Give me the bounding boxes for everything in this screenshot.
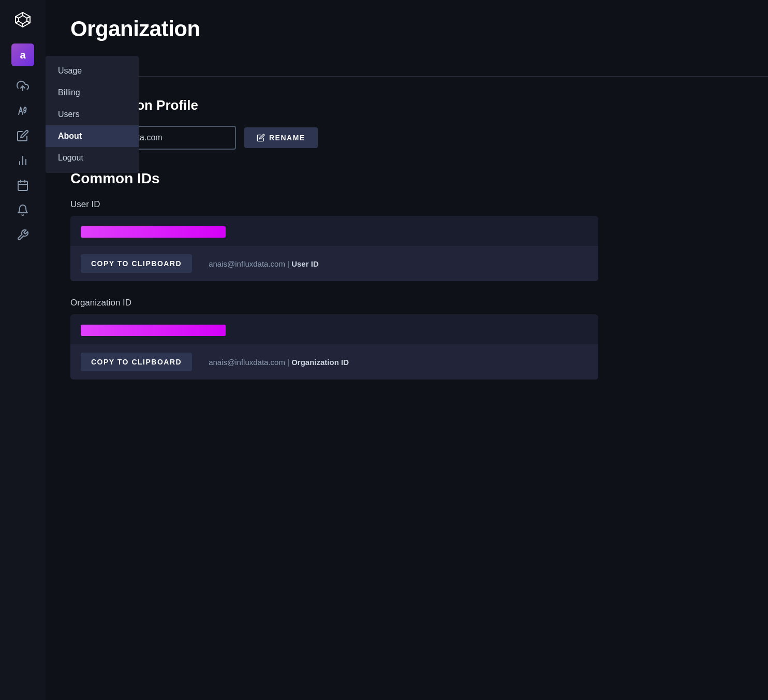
rename-button[interactable]: RENAME bbox=[244, 127, 318, 148]
page-header: Organization bbox=[46, 0, 768, 50]
common-ids-section: Common IDs User ID COPY TO CLIPBOARD ana… bbox=[70, 170, 743, 380]
user-id-card: COPY TO CLIPBOARD anais@influxdata.com |… bbox=[70, 216, 598, 281]
page-title: Organization bbox=[70, 17, 743, 41]
org-id-section: Organization ID COPY TO CLIPBOARD anais@… bbox=[70, 298, 743, 380]
org-id-card: COPY TO CLIPBOARD anais@influxdata.com |… bbox=[70, 314, 598, 380]
bell-nav-icon[interactable] bbox=[11, 199, 34, 222]
tabs-bar: ABOUT bbox=[46, 50, 768, 77]
org-profile-title: Organization Profile bbox=[70, 97, 743, 113]
org-id-label: Organization ID bbox=[70, 298, 743, 308]
user-id-copy-button[interactable]: COPY TO CLIPBOARD bbox=[81, 254, 192, 273]
dropdown-item-usage[interactable]: Usage bbox=[46, 60, 139, 82]
svg-rect-12 bbox=[18, 181, 27, 191]
dropdown-item-billing[interactable]: Billing bbox=[46, 82, 139, 104]
pencil-icon bbox=[257, 134, 265, 142]
dropdown-item-about[interactable]: About bbox=[46, 125, 139, 147]
app-logo[interactable] bbox=[11, 8, 34, 31]
org-id-bar bbox=[81, 325, 226, 336]
svg-marker-1 bbox=[19, 16, 27, 24]
function-nav-icon[interactable] bbox=[11, 99, 34, 122]
sidebar: a bbox=[0, 0, 46, 700]
chart-nav-icon[interactable] bbox=[11, 149, 34, 172]
user-id-label: User ID bbox=[70, 199, 743, 210]
org-id-hint: anais@influxdata.com | Organization ID bbox=[209, 358, 349, 367]
calendar-nav-icon[interactable] bbox=[11, 174, 34, 197]
org-id-copy-button[interactable]: COPY TO CLIPBOARD bbox=[81, 353, 192, 371]
org-id-value-row bbox=[70, 314, 598, 344]
dropdown-item-logout[interactable]: Logout bbox=[46, 147, 139, 169]
user-id-hint: anais@influxdata.com | User ID bbox=[209, 259, 319, 268]
user-dropdown-menu: Usage Billing Users About Logout bbox=[46, 56, 139, 173]
upload-nav-icon[interactable] bbox=[11, 75, 34, 97]
user-id-bar bbox=[81, 226, 226, 238]
user-avatar[interactable]: a bbox=[11, 43, 34, 66]
common-ids-title: Common IDs bbox=[70, 170, 743, 187]
profile-row: RENAME bbox=[70, 126, 743, 150]
user-id-actions-row: COPY TO CLIPBOARD anais@influxdata.com |… bbox=[70, 246, 598, 281]
dropdown-item-users[interactable]: Users bbox=[46, 104, 139, 125]
content-area: Organization Profile RENAME Common IDs U… bbox=[46, 77, 768, 417]
main-content: Organization ABOUT Organization Profile … bbox=[46, 0, 768, 700]
org-id-actions-row: COPY TO CLIPBOARD anais@influxdata.com |… bbox=[70, 344, 598, 380]
user-id-section: User ID COPY TO CLIPBOARD anais@influxda… bbox=[70, 199, 743, 281]
edit-nav-icon[interactable] bbox=[11, 124, 34, 147]
org-profile-section: Organization Profile RENAME bbox=[70, 97, 743, 150]
user-id-value-row bbox=[70, 216, 598, 246]
wrench-nav-icon[interactable] bbox=[11, 224, 34, 246]
